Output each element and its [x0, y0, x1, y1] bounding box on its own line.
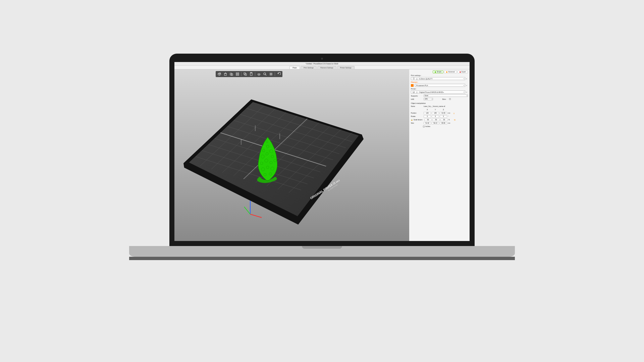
app-window: *Untitled - PrusaSlicer-2.5.0 based on S…	[174, 62, 470, 241]
size-y[interactable]: 56.13	[432, 122, 439, 124]
infill-select[interactable]: 15%	[424, 98, 433, 100]
lock-scale-icon[interactable]: 🔒	[411, 119, 413, 121]
tool-add-icon[interactable]	[217, 72, 222, 76]
printer-label: Printer :	[411, 88, 468, 90]
reset-scale-icon[interactable]: ⟲	[453, 118, 456, 121]
filament-label: Filament :	[411, 81, 468, 83]
viewport-toolbar	[216, 71, 282, 77]
print-settings-gear-icon[interactable]: ✕	[466, 78, 468, 80]
viewport-3d[interactable]: ORIGINAL PRUSA i3 MK3 by Josef Prusa	[174, 69, 409, 241]
position-x[interactable]: 125	[424, 112, 431, 114]
svg-rect-5	[238, 73, 239, 74]
object-name: Laser_Cat_-_Voronoi_coarse.stl	[424, 106, 445, 107]
svg-line-43	[250, 214, 262, 218]
name-label: Name:	[411, 106, 423, 107]
lock-icon	[416, 77, 418, 80]
side-panel: Simple Advanced Expert Print settings : …	[409, 69, 470, 241]
filament-select[interactable]: Prusament PLA	[415, 84, 465, 87]
window-title: *Untitled - PrusaSlicer-2.5.0 based on S…	[174, 62, 470, 66]
print-settings-select[interactable]: 0.15mm QUALITY	[411, 77, 465, 80]
supports-label: Supports:	[411, 95, 421, 97]
build-plate: ORIGINAL PRUSA i3 MK3 by Josef Prusa	[181, 96, 369, 241]
size-x[interactable]: 51.32	[424, 122, 431, 124]
brim-checkbox[interactable]	[449, 98, 451, 100]
tab-printer-settings[interactable]: Printer Settings	[337, 66, 355, 69]
size-z[interactable]: 83.06	[440, 122, 447, 124]
infill-label: Infill:	[411, 98, 421, 100]
position-z[interactable]: 41.53	[440, 112, 447, 114]
svg-point-12	[264, 73, 266, 75]
col-y: Y	[432, 109, 439, 111]
tool-delete-all-icon[interactable]	[229, 72, 234, 76]
brim-label: Brim:	[442, 98, 446, 100]
tool-search-icon[interactable]	[262, 72, 268, 76]
tab-plater[interactable]: Plater	[289, 66, 300, 69]
main-tabs: Plater Print Settings Filament Settings …	[174, 66, 470, 69]
rotate-z[interactable]: 0	[440, 115, 447, 118]
svg-rect-64	[417, 92, 418, 93]
svg-line-44	[244, 207, 250, 214]
printer-gear-icon[interactable]: ✕	[466, 91, 468, 93]
position-y[interactable]: 105	[432, 112, 439, 114]
filament-gear-icon[interactable]: ✕	[466, 84, 468, 86]
rotate-x[interactable]: 0	[424, 115, 431, 118]
scale-z[interactable]: 50	[440, 119, 448, 121]
tab-print-settings[interactable]: Print Settings	[301, 66, 317, 69]
lock-icon	[416, 91, 418, 94]
svg-rect-6	[236, 74, 237, 75]
rotate-y[interactable]: 0	[432, 115, 439, 118]
mode-expert[interactable]: Expert	[458, 70, 468, 73]
size-label: Size:	[411, 122, 423, 124]
print-settings-label: Print settings :	[411, 74, 468, 76]
inches-label: Inches	[425, 125, 430, 127]
svg-rect-7	[238, 74, 239, 75]
tab-filament-settings[interactable]: Filament Settings	[317, 66, 336, 69]
scale-label: Scale factors:	[414, 119, 424, 121]
layers-icon	[412, 77, 415, 80]
svg-rect-1	[224, 73, 226, 75]
tool-variable-layer-icon[interactable]	[268, 72, 274, 76]
position-label: Position:	[411, 112, 423, 114]
drop-to-bed-icon[interactable]: ⤓	[452, 112, 455, 114]
tool-instances-icon[interactable]	[256, 72, 262, 76]
rotate-label: Rotate:	[411, 116, 423, 117]
mode-advanced[interactable]: Advanced	[444, 70, 457, 73]
filament-color-swatch[interactable]	[411, 84, 414, 87]
printer-icon	[412, 91, 415, 94]
tool-delete-icon[interactable]	[223, 72, 228, 76]
scale-y[interactable]: 50	[432, 119, 440, 121]
tool-arrange-icon[interactable]	[235, 72, 240, 76]
scale-x[interactable]: 50	[424, 119, 432, 121]
tool-paste-icon[interactable]	[249, 72, 254, 76]
tool-copy-icon[interactable]	[243, 72, 248, 76]
col-x: X	[424, 109, 431, 111]
tool-undo-icon[interactable]	[276, 72, 281, 76]
svg-rect-61	[417, 79, 418, 79]
mode-simple[interactable]: Simple	[433, 70, 443, 73]
col-z: Z	[440, 109, 447, 111]
svg-rect-4	[236, 73, 237, 74]
supports-select[interactable]: None	[424, 95, 468, 97]
printer-select[interactable]: Original Prusa i3 MK3S & MK3S+	[411, 90, 465, 94]
object-manipulation-heading: Object manipulation	[411, 102, 468, 104]
inches-checkbox[interactable]	[423, 126, 425, 127]
